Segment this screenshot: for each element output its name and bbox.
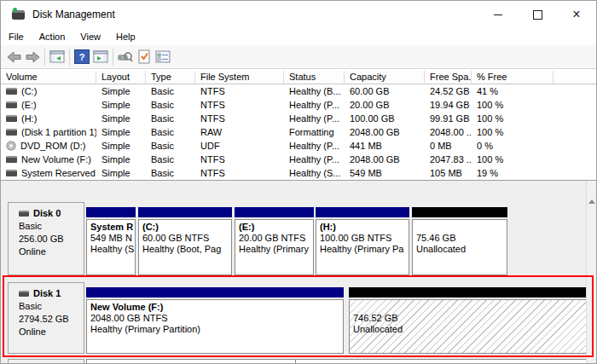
- volume-free: 105 MB: [425, 166, 472, 180]
- volume-free: 24.52 GB: [425, 84, 472, 98]
- volume-type: Basic: [146, 125, 195, 139]
- partition-h[interactable]: (H:) 100.00 GB NTFS Healthy (Primary Pa: [316, 202, 409, 275]
- disk-status: Online: [19, 246, 84, 258]
- volume-type: Basic: [146, 139, 195, 153]
- menu-bar: File Action View Help: [1, 28, 596, 45]
- column-header-status[interactable]: Status: [284, 71, 345, 84]
- partial-cell-divider: [295, 360, 296, 364]
- disk-icon: [19, 291, 29, 297]
- volume-free: 0 MB: [425, 139, 472, 153]
- partition-new-volume-f[interactable]: New Volume (F:) 2048.00 GB NTFS Healthy …: [86, 282, 344, 354]
- rescan-disks-icon: [118, 50, 133, 64]
- volume-row-new-volume-f[interactable]: New Volume (F:) Simple Basic NTFS Health…: [1, 153, 596, 166]
- column-header-file-system[interactable]: File System: [195, 71, 284, 84]
- vertical-scrollbar[interactable]: [586, 181, 596, 363]
- disk-0-label-panel[interactable]: Disk 0 Basic 256.00 GB Online: [8, 202, 84, 275]
- volume-name: New Volume (F:): [21, 153, 91, 166]
- partial-disk-cell[interactable]: [86, 359, 591, 364]
- maximize-button[interactable]: [518, 1, 557, 28]
- drive-icon: [6, 129, 17, 136]
- volume-type: Basic: [146, 153, 195, 166]
- menu-help[interactable]: Help: [108, 28, 143, 45]
- volume-status: Healthy (P...: [284, 112, 345, 125]
- volume-name: (H:): [21, 112, 37, 125]
- volume-list-pane: Volume Layout Type File System Status Ca…: [1, 71, 596, 181]
- forward-button[interactable]: [23, 48, 42, 66]
- column-header-capacity[interactable]: Capacity: [345, 71, 425, 84]
- window-title: Disk Management: [32, 9, 115, 20]
- toolbar-separator: [69, 49, 70, 66]
- partition-e[interactable]: (E:) 20.00 GB NTFS Healthy (Primary: [235, 202, 314, 275]
- column-header-layout[interactable]: Layout: [96, 71, 146, 84]
- partition-color-band: [316, 207, 409, 217]
- minimize-icon: [494, 14, 502, 15]
- partition-color-band: [138, 207, 232, 217]
- disk-status: Online: [19, 326, 84, 338]
- minimize-button[interactable]: [478, 1, 518, 28]
- volume-status: Healthy (P...: [284, 153, 345, 166]
- volume-free: 2048.00 ...: [425, 125, 472, 139]
- forward-icon: [26, 51, 40, 63]
- partition-system-reserved[interactable]: System R 549 MB N Healthy (S: [86, 202, 136, 275]
- volume-layout: Simple: [96, 98, 146, 112]
- volume-capacity: 100.00 GB: [345, 112, 425, 125]
- column-header-pct-free[interactable]: % Free: [472, 71, 554, 84]
- disk-size: 256.00 GB: [19, 233, 84, 246]
- volume-row-c[interactable]: (C:) Simple Basic NTFS Healthy (B... 60.…: [1, 84, 596, 98]
- volume-row-e[interactable]: (E:) Simple Basic NTFS Healthy (P... 20.…: [1, 98, 596, 112]
- graphical-view-pane: Disk 0 Basic 256.00 GB Online System R 5…: [1, 181, 596, 363]
- column-header-type[interactable]: Type: [146, 71, 195, 84]
- help-icon: ?: [74, 49, 90, 64]
- toolbar-separator: [113, 49, 113, 66]
- volume-row-h[interactable]: (H:) Simple Basic NTFS Healthy (P... 100…: [1, 112, 596, 125]
- volume-layout: Simple: [96, 84, 146, 98]
- volume-fs: NTFS: [195, 112, 284, 125]
- menu-file[interactable]: File: [1, 28, 32, 45]
- unallocated-region-disk0[interactable]: 75.46 GB Unallocated: [412, 202, 507, 275]
- unallocated-size: 746.52 GB: [353, 313, 583, 324]
- rescan-disks-button[interactable]: [116, 48, 135, 66]
- partition-name: New Volume (F:): [90, 302, 339, 313]
- menu-action[interactable]: Action: [32, 28, 73, 45]
- drive-icon: [6, 156, 17, 163]
- disk-label: Disk 0: [33, 207, 61, 220]
- column-header-volume[interactable]: Volume: [1, 71, 96, 84]
- back-icon: [7, 51, 21, 63]
- volume-pct-free: 100 %: [472, 98, 554, 112]
- volume-free: 99.91 GB: [425, 112, 472, 125]
- show-console-tree-button[interactable]: [48, 48, 67, 66]
- menu-view[interactable]: View: [72, 28, 108, 45]
- volume-type: Basic: [146, 98, 195, 112]
- volume-capacity: 549 MB: [345, 166, 425, 180]
- disk-management-app-icon: [12, 10, 25, 20]
- properties-button[interactable]: [154, 48, 172, 66]
- column-header-free-space[interactable]: Free Spa...: [425, 71, 472, 84]
- partition-status: Healthy (S: [90, 244, 131, 255]
- help-button[interactable]: ?: [72, 48, 91, 66]
- unallocated-region-disk1[interactable]: 746.52 GB Unallocated: [349, 282, 587, 354]
- check-document-button[interactable]: [135, 48, 154, 66]
- close-button[interactable]: ×: [557, 1, 596, 28]
- unallocated-color-band: [412, 207, 507, 217]
- volume-capacity: 20.00 GB: [345, 98, 425, 112]
- volume-row-dvd-rom[interactable]: DVD_ROM (D:) Simple Basic UDF Healthy (P…: [1, 139, 596, 153]
- partition-c[interactable]: (C:) 60.00 GB NTFS Healthy (Boot, Pag: [138, 202, 232, 275]
- partition-size: 2048.00 GB NTFS: [90, 313, 339, 324]
- scroll-up-icon: [588, 199, 595, 204]
- volume-row-system-reserved[interactable]: System Reserved Simple Basic NTFS Health…: [1, 166, 596, 180]
- show-action-pane-button[interactable]: [91, 48, 110, 66]
- volume-name: (Disk 1 partition 1): [21, 125, 96, 139]
- show-action-pane-icon: [93, 50, 108, 64]
- partial-disk-row: [1, 359, 596, 364]
- volume-fs: RAW: [195, 125, 284, 139]
- volume-row-disk1-partition1[interactable]: (Disk 1 partition 1) Simple Basic RAW Fo…: [1, 125, 596, 139]
- volume-list-header: Volume Layout Type File System Status Ca…: [1, 71, 596, 84]
- disk-1-label-panel[interactable]: Disk 1 Basic 2794.52 GB Online: [8, 282, 84, 354]
- close-icon: ×: [572, 8, 580, 21]
- disk-1-row: Disk 1 Basic 2794.52 GB Online New Volum…: [1, 282, 596, 354]
- volume-name: DVD_ROM (D:): [20, 139, 85, 153]
- back-button[interactable]: [4, 48, 23, 66]
- partial-disk-label-panel[interactable]: [8, 359, 84, 364]
- partition-size: 60.00 GB NTFS: [142, 233, 228, 244]
- disk-type: Basic: [19, 220, 84, 233]
